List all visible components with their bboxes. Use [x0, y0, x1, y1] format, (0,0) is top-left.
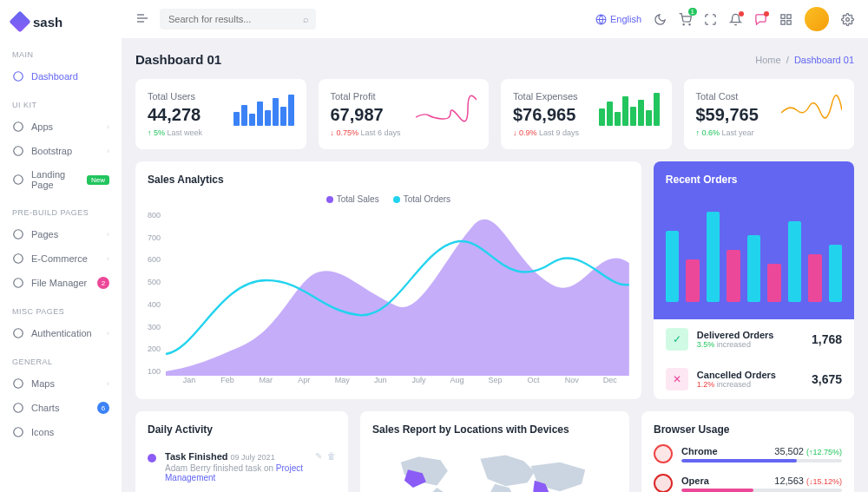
brand-name: sash: [33, 15, 62, 30]
sidebar-item-dashboard[interactable]: Dashboard: [0, 64, 122, 89]
search-field[interactable]: [160, 9, 316, 30]
daily-activity-card: Daily Activity Task Finished 09 July 202…: [135, 411, 348, 492]
sales-analytics-card: Sales Analytics Total Sales Total Orders…: [135, 161, 641, 399]
sidebar-item-bootstrap[interactable]: Bootstrap›: [0, 139, 122, 163]
brand-logo[interactable]: sash: [0, 9, 122, 42]
sidebar-item-authentication[interactable]: Authentication›: [0, 321, 122, 345]
cart-button[interactable]: 1: [679, 13, 692, 26]
breadcrumb: Home / Dashboard 01: [755, 55, 854, 65]
search-icon: ⌕: [303, 14, 309, 24]
topbar: ⌕ English 1: [122, 0, 868, 38]
cancelled-orders-row: ✕ Cancelled Orders 1.2% increased 3,675: [654, 359, 854, 399]
chart-legend: Total Sales Total Orders: [148, 194, 629, 204]
browser-title: Browser Usage: [654, 423, 842, 436]
sidebar-item-icons[interactable]: Icons: [0, 420, 122, 444]
browser-row: Chrome35,502 (↑12.75%): [654, 444, 842, 463]
page-title: Dashboard 01: [135, 52, 221, 67]
stat-card-3: Total Cost$59,765↑ 0.6% Last year: [684, 79, 855, 149]
msg-dot: [764, 11, 769, 16]
crumb-current: Dashboard 01: [794, 55, 854, 65]
svg-point-8: [14, 379, 23, 389]
svg-point-15: [683, 23, 684, 24]
sidebar-item-charts[interactable]: Charts6: [0, 396, 122, 420]
sidebar-section-label: MAIN: [0, 45, 122, 64]
activity-title: Daily Activity: [148, 423, 336, 436]
stat-card-0: Total Users44,278↑ 5% Last week: [135, 79, 306, 149]
notifications-button[interactable]: [729, 13, 742, 26]
svg-point-16: [689, 23, 690, 24]
check-icon: ✓: [666, 328, 688, 351]
svg-point-5: [14, 254, 23, 264]
notif-dot: [739, 11, 744, 16]
activity-item: Task Finished 09 July 2021Adam Berry fin…: [148, 444, 336, 489]
sidebar-item-maps[interactable]: Maps›: [0, 371, 122, 396]
svg-rect-17: [781, 14, 785, 17]
sidebar: sash MAINDashboardUI KITApps›Bootstrap›L…: [0, 0, 122, 492]
search-input[interactable]: ⌕: [160, 9, 316, 30]
svg-point-10: [14, 428, 23, 437]
browser-row: Opera12,563 (↓15.12%): [654, 474, 842, 492]
svg-point-2: [14, 147, 23, 156]
language-select[interactable]: English: [595, 14, 641, 25]
world-map: [372, 444, 617, 492]
cart-badge: 1: [688, 8, 697, 16]
svg-point-9: [14, 403, 23, 413]
sidebar-item-landing-page[interactable]: Landing PageNew: [0, 163, 122, 196]
sidebar-section-label: MISC PAGES: [0, 302, 122, 321]
apps-grid-button[interactable]: [779, 13, 792, 26]
stat-card-1: Total Profit67,987↓ 0.75% Last 6 days: [319, 79, 490, 149]
svg-rect-18: [787, 14, 791, 17]
analytics-title: Sales Analytics: [148, 174, 629, 186]
avatar[interactable]: [805, 7, 829, 31]
sidebar-item-apps[interactable]: Apps›: [0, 115, 122, 139]
svg-point-21: [846, 17, 850, 21]
edit-icon[interactable]: ✎: [315, 451, 322, 482]
orders-chart: [654, 198, 854, 319]
svg-rect-19: [787, 20, 791, 23]
messages-button[interactable]: [754, 13, 767, 26]
sales-report-title: Sales Report by Locations with Devices: [372, 423, 617, 436]
sidebar-item-e-commerce[interactable]: E-Commerce›: [0, 246, 122, 271]
svg-point-6: [14, 279, 23, 288]
svg-point-3: [14, 175, 23, 185]
settings-button[interactable]: [841, 13, 854, 26]
delete-icon[interactable]: 🗑: [327, 451, 336, 482]
sidebar-section-label: GENERAL: [0, 352, 122, 371]
svg-point-0: [14, 72, 23, 82]
menu-toggle-icon[interactable]: [135, 11, 149, 28]
page-header: Dashboard 01 Home / Dashboard 01: [135, 52, 854, 67]
sidebar-item-file-manager[interactable]: File Manager2: [0, 271, 122, 295]
browser-usage-card: Browser Usage Chrome35,502 (↑12.75%)Oper…: [641, 411, 854, 492]
fullscreen-toggle[interactable]: [704, 13, 717, 26]
sidebar-item-pages[interactable]: Pages›: [0, 222, 122, 246]
sales-report-card: Sales Report by Locations with Devices: [360, 411, 629, 492]
sidebar-section-label: PRE-BUILD PAGES: [0, 203, 122, 222]
dark-mode-toggle[interactable]: [654, 13, 667, 26]
language-label: English: [610, 14, 641, 24]
close-icon: ✕: [666, 368, 688, 390]
sidebar-section-label: UI KIT: [0, 95, 122, 115]
analytics-chart: [166, 211, 629, 376]
brand-icon: [9, 10, 30, 32]
delivered-orders-row: ✓ Delivered Orders 3.5% increased 1,768: [654, 319, 854, 359]
svg-point-7: [14, 329, 23, 338]
svg-rect-20: [781, 20, 785, 23]
svg-point-4: [14, 230, 23, 239]
stat-card-2: Total Expenses$76,965↓ 0.9% Last 9 days: [501, 79, 672, 149]
svg-point-1: [14, 122, 23, 132]
orders-title: Recent Orders: [666, 174, 842, 186]
recent-orders-card: Recent Orders ✓ Delivered Orders 3.5%: [654, 161, 854, 399]
crumb-home[interactable]: Home: [755, 55, 780, 65]
